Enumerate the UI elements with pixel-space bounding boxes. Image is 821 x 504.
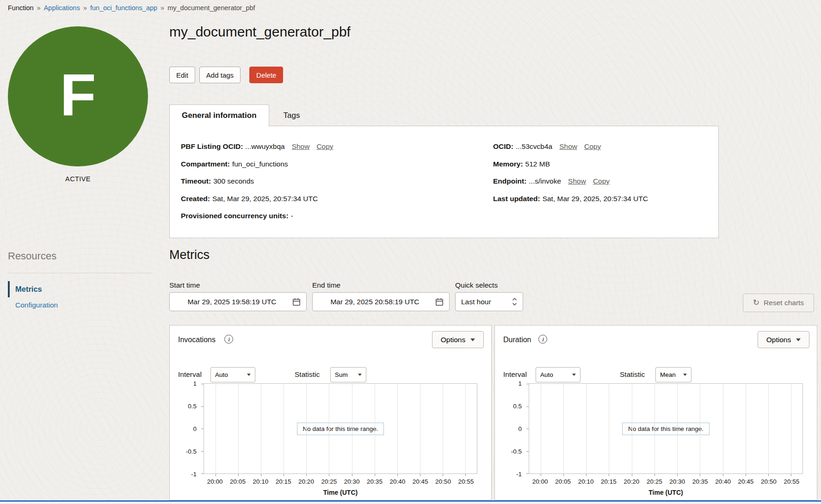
chevron-down-icon <box>247 374 251 376</box>
show-link[interactable]: Show <box>292 142 310 150</box>
calendar-icon[interactable] <box>292 297 301 307</box>
no-data-message: No data for this time range. <box>297 423 384 435</box>
avatar-letter: F <box>60 65 96 124</box>
end-time-label: End time <box>312 281 340 289</box>
chart-plot-area: No data for this time range. <box>529 383 803 474</box>
field-value: Sat, Mar 29, 2025, 20:57:34 UTC <box>543 195 648 203</box>
info-icon[interactable]: i <box>538 335 547 344</box>
show-link[interactable]: Show <box>568 177 586 185</box>
delete-button[interactable]: Delete <box>249 67 283 83</box>
invocations-chart-card: Invocations i Options Interval Auto Stat… <box>169 325 492 500</box>
gridline <box>443 384 443 473</box>
chevron-down-icon <box>358 374 362 376</box>
x-tick-mark <box>563 474 564 476</box>
x-axis-tick-label: 20:30 <box>344 478 360 485</box>
breadcrumb-item[interactable]: fun_oci_functions_app <box>90 4 157 12</box>
interval-select[interactable]: Auto <box>536 367 580 382</box>
chevron-down-icon <box>796 338 801 341</box>
x-axis-tick-label: 20:10 <box>253 478 268 485</box>
x-tick-mark <box>465 474 466 476</box>
x-tick-mark <box>609 474 609 476</box>
bottom-strip <box>0 502 821 504</box>
field-value: ...53cvcb4a <box>516 142 552 150</box>
copy-link[interactable]: Copy <box>593 177 610 185</box>
sidebar-item-metrics[interactable]: Metrics <box>8 281 147 297</box>
x-tick-mark <box>746 474 746 476</box>
tab-tags[interactable]: Tags <box>269 104 315 126</box>
chart-title: Duration <box>503 336 531 344</box>
statistic-select[interactable]: Mean <box>655 367 691 382</box>
sidebar-item-configuration[interactable]: Configuration <box>8 297 147 313</box>
gridline <box>238 384 239 473</box>
gridline <box>723 384 723 473</box>
breadcrumb-item[interactable]: Applications <box>44 4 80 12</box>
x-axis-tick-label: 20:25 <box>321 478 337 485</box>
gridline <box>791 384 791 473</box>
reset-charts-button[interactable]: ↻ Reset charts <box>743 294 814 312</box>
calendar-icon[interactable] <box>435 297 444 307</box>
x-tick-mark <box>375 474 375 476</box>
gridline <box>420 384 420 473</box>
x-axis-tick-label: 20:50 <box>761 478 777 485</box>
quick-selects-dropdown[interactable]: Last hour <box>455 292 523 311</box>
gridline <box>261 384 261 473</box>
edit-button[interactable]: Edit <box>169 67 195 83</box>
y-tick-mark <box>201 406 204 407</box>
info-row: Memory:512 MB <box>493 160 648 168</box>
select-updown-icon <box>512 297 517 307</box>
resources-heading: Resources <box>8 250 56 262</box>
gridline <box>216 384 216 473</box>
chart-controls: Interval Auto Statistic Mean <box>495 367 817 382</box>
x-tick-mark <box>541 474 541 476</box>
x-axis-tick-label: 20:40 <box>389 478 405 485</box>
x-tick-mark <box>420 474 420 476</box>
gridline <box>306 384 307 473</box>
breadcrumb-separator: » <box>83 4 87 12</box>
copy-link[interactable]: Copy <box>316 142 333 150</box>
info-row: Endpoint:...s/invokeShowCopy <box>493 178 648 185</box>
field-value: ...wwuyxbqa <box>245 142 284 150</box>
y-axis-labels: 10.50-0.5-1 <box>495 383 522 474</box>
field-value: 300 seconds <box>213 177 254 185</box>
tab-general-information[interactable]: General information <box>169 104 269 126</box>
info-row: Timeout:300 seconds <box>181 178 333 185</box>
y-axis-tick-label: 1 <box>518 380 522 387</box>
gridline <box>609 384 609 473</box>
x-axis-labels: 20:0020:0520:1020:1520:2020:2520:3020:35… <box>204 478 477 486</box>
statistic-select[interactable]: Sum <box>330 367 366 382</box>
chevron-down-icon <box>683 374 687 376</box>
x-tick-mark <box>216 474 216 476</box>
info-icon[interactable]: i <box>224 335 233 344</box>
gridline <box>700 384 700 473</box>
info-row: Last updated:Sat, Mar 29, 2025, 20:57:34… <box>493 195 648 203</box>
options-button[interactable]: Options <box>758 331 809 348</box>
statistic-value: Sum <box>335 371 348 378</box>
field-label: Provisioned concurrency units: <box>181 212 289 220</box>
y-tick-mark <box>201 384 204 384</box>
interval-select[interactable]: Auto <box>210 367 255 382</box>
breadcrumb-item: Function <box>8 4 34 12</box>
chart-controls: Interval Auto Statistic Sum <box>170 367 491 382</box>
end-time-input[interactable]: Mar 29, 2025 20:58:19 UTC <box>312 292 450 311</box>
field-label: Endpoint: <box>493 177 526 185</box>
copy-link[interactable]: Copy <box>584 142 601 150</box>
show-link[interactable]: Show <box>559 142 577 150</box>
no-data-message: No data for this time range. <box>622 423 710 435</box>
resources-nav: MetricsConfiguration <box>8 281 147 313</box>
x-tick-mark <box>261 474 261 476</box>
start-time-input[interactable]: Mar 29, 2025 19:58:19 UTC <box>169 292 307 311</box>
x-axis-tick-label: 20:40 <box>715 478 731 485</box>
gridline <box>284 384 284 473</box>
statistic-label: Statistic <box>295 370 320 379</box>
y-tick-mark <box>526 473 529 474</box>
sidebar-divider <box>8 273 153 273</box>
x-axis-tick-label: 20:50 <box>435 478 451 485</box>
gridline <box>563 384 564 473</box>
refresh-icon: ↻ <box>753 299 759 307</box>
x-axis-tick-label: 20:25 <box>647 478 662 485</box>
add-tags-button[interactable]: Add tags <box>199 67 241 83</box>
statistic-value: Mean <box>660 371 676 378</box>
x-tick-mark <box>586 474 586 476</box>
x-tick-mark <box>654 474 655 476</box>
options-button[interactable]: Options <box>432 331 484 348</box>
